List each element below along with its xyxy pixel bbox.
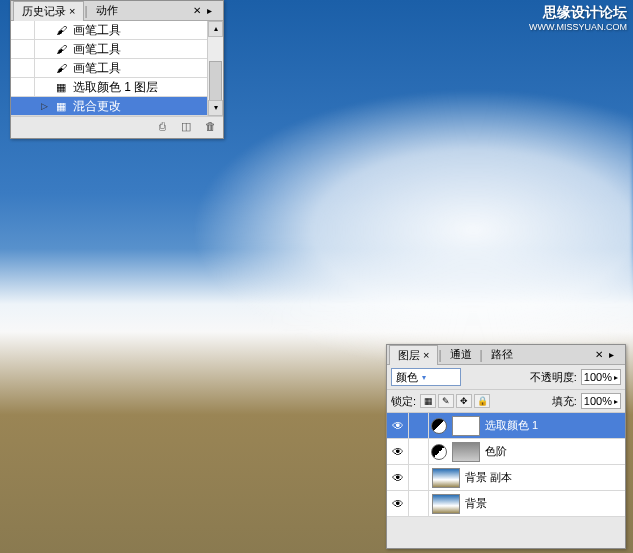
tab-channels[interactable]: 通道 bbox=[442, 345, 480, 364]
brush-icon: 🖌 bbox=[53, 41, 69, 57]
history-item[interactable]: ▷ ▦ 混合更改 bbox=[11, 97, 223, 116]
panel-menu-icon[interactable]: ▸ bbox=[609, 349, 623, 361]
fill-input[interactable]: 100% ▸ bbox=[581, 393, 621, 409]
tab-paths[interactable]: 路径 bbox=[483, 345, 521, 364]
adjust-icon: ▦ bbox=[53, 98, 69, 114]
layers-tabs: 图层 × | 通道 | 路径 ✕ ▸ bbox=[387, 345, 625, 365]
history-item-label: 画笔工具 bbox=[69, 60, 121, 77]
lock-label: 锁定: bbox=[391, 394, 416, 409]
scroll-up-icon[interactable]: ▴ bbox=[208, 21, 223, 37]
slider-icon[interactable]: ▸ bbox=[614, 397, 618, 406]
history-panel: 历史记录 × | 动作 ✕ ▸ 🖌 画笔工具 🖌 画笔工具 🖌 画笔工具 ▦ bbox=[10, 0, 224, 139]
history-item[interactable]: 🖌 画笔工具 bbox=[11, 59, 223, 78]
history-footer: ⎙ ◫ 🗑 bbox=[11, 116, 223, 138]
layer-name[interactable]: 色阶 bbox=[483, 444, 507, 459]
adjustment-icon bbox=[431, 444, 447, 460]
history-item-label: 选取颜色 1 图层 bbox=[69, 79, 158, 96]
layers-panel: 图层 × | 通道 | 路径 ✕ ▸ 颜色 ▾ 不透明度: 100% ▸ 锁定:… bbox=[386, 344, 626, 549]
layer-name[interactable]: 背景 bbox=[463, 496, 487, 511]
watermark: 思缘设计论坛 bbox=[543, 4, 627, 22]
history-item[interactable]: 🖌 画笔工具 bbox=[11, 21, 223, 40]
snapshot-icon[interactable]: ⎙ bbox=[153, 120, 171, 136]
layer-item[interactable]: 👁 选取颜色 1 bbox=[387, 413, 625, 439]
opacity-input[interactable]: 100% ▸ bbox=[581, 369, 621, 385]
history-item-label: 画笔工具 bbox=[69, 41, 121, 58]
new-snapshot-icon[interactable]: ◫ bbox=[177, 120, 195, 136]
lock-controls: 锁定: ▦ ✎ ✥ 🔒 填充: 100% ▸ bbox=[387, 390, 625, 413]
layer-mask-thumb[interactable] bbox=[452, 416, 480, 436]
adjust-icon: ▦ bbox=[53, 79, 69, 95]
trash-icon[interactable]: 🗑 bbox=[201, 120, 219, 136]
opacity-label: 不透明度: bbox=[530, 370, 577, 385]
tab-layers[interactable]: 图层 × bbox=[389, 345, 438, 365]
layer-name[interactable]: 背景 副本 bbox=[463, 470, 512, 485]
lock-move-icon[interactable]: ✥ bbox=[456, 394, 472, 408]
history-list: 🖌 画笔工具 🖌 画笔工具 🖌 画笔工具 ▦ 选取颜色 1 图层 ▷ ▦ 混合更… bbox=[11, 21, 223, 116]
layer-mask-thumb[interactable] bbox=[452, 442, 480, 462]
history-item-label: 混合更改 bbox=[69, 98, 121, 115]
scroll-thumb[interactable] bbox=[209, 61, 222, 101]
eye-icon[interactable]: 👁 bbox=[392, 419, 404, 433]
layer-thumb[interactable] bbox=[432, 468, 460, 488]
lock-transparency-icon[interactable]: ▦ bbox=[420, 394, 436, 408]
marker-icon: ▷ bbox=[41, 101, 48, 111]
history-tabs: 历史记录 × | 动作 ✕ ▸ bbox=[11, 1, 223, 21]
lock-paint-icon[interactable]: ✎ bbox=[438, 394, 454, 408]
scrollbar[interactable]: ▴ ▾ bbox=[207, 21, 223, 116]
tab-actions[interactable]: 动作 bbox=[88, 1, 126, 20]
eye-icon[interactable]: 👁 bbox=[392, 471, 404, 485]
watermark-url: WWW.MISSYUAN.COM bbox=[529, 22, 627, 32]
brush-icon: 🖌 bbox=[53, 22, 69, 38]
eye-icon[interactable]: 👁 bbox=[392, 497, 404, 511]
close-icon[interactable]: ✕ bbox=[593, 349, 605, 361]
adjustment-icon bbox=[431, 418, 447, 434]
fill-label: 填充: bbox=[552, 394, 577, 409]
close-icon[interactable]: ✕ bbox=[191, 5, 203, 17]
slider-icon[interactable]: ▸ bbox=[614, 373, 618, 382]
blend-controls: 颜色 ▾ 不透明度: 100% ▸ bbox=[387, 365, 625, 390]
history-item-label: 画笔工具 bbox=[69, 22, 121, 39]
chevron-down-icon: ▾ bbox=[422, 373, 426, 382]
scroll-down-icon[interactable]: ▾ bbox=[208, 100, 223, 116]
layer-item[interactable]: 👁 色阶 bbox=[387, 439, 625, 465]
layer-item[interactable]: 👁 背景 副本 bbox=[387, 465, 625, 491]
history-item[interactable]: 🖌 画笔工具 bbox=[11, 40, 223, 59]
layer-name[interactable]: 选取颜色 1 bbox=[483, 418, 538, 433]
panel-menu-icon[interactable]: ▸ bbox=[207, 5, 221, 17]
layer-item[interactable]: 👁 背景 bbox=[387, 491, 625, 517]
blend-mode-dropdown[interactable]: 颜色 ▾ bbox=[391, 368, 461, 386]
tab-history[interactable]: 历史记录 × bbox=[13, 1, 84, 21]
layer-thumb[interactable] bbox=[432, 494, 460, 514]
history-item[interactable]: ▦ 选取颜色 1 图层 bbox=[11, 78, 223, 97]
layers-list: 👁 选取颜色 1 👁 色阶 👁 背景 副本 👁 背景 bbox=[387, 413, 625, 517]
lock-all-icon[interactable]: 🔒 bbox=[474, 394, 490, 408]
brush-icon: 🖌 bbox=[53, 60, 69, 76]
eye-icon[interactable]: 👁 bbox=[392, 445, 404, 459]
